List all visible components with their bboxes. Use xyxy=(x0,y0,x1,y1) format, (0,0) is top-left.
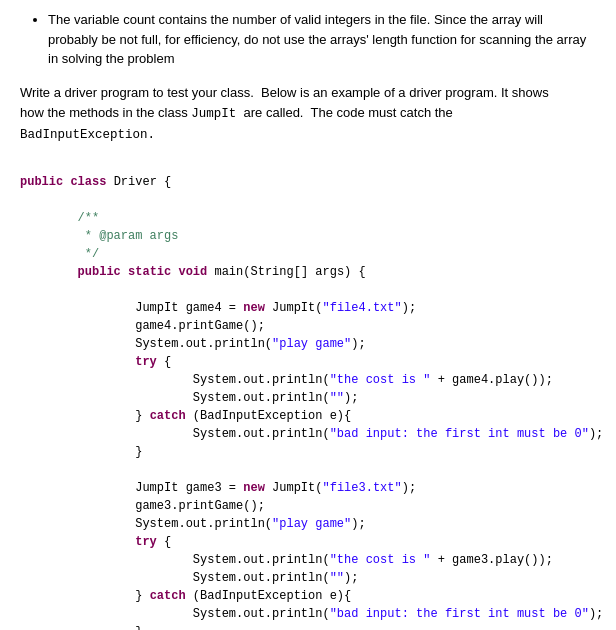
code-block: public class Driver { /** * @param args … xyxy=(20,155,596,630)
bad-input-exception-ref: BadInputException. xyxy=(20,128,155,142)
prose-paragraph-1: Write a driver program to test your clas… xyxy=(20,83,596,146)
jumpIt-inline-1: JumpIt xyxy=(191,107,236,121)
bullet-section: The variable count contains the number o… xyxy=(20,10,596,69)
bullet-item: The variable count contains the number o… xyxy=(48,10,596,69)
